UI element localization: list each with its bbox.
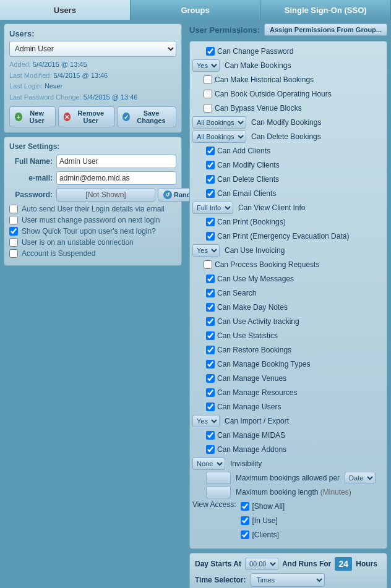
perm-activity-tracking-checkbox[interactable] (206, 317, 215, 326)
perm-row-process-requests: Can Process Booking Requests (204, 258, 384, 271)
new-user-button[interactable]: + New User (9, 106, 56, 127)
perm-view-access-clients: [Clients] (241, 529, 285, 541)
hours-label: Hours (356, 560, 377, 568)
day-starts-select[interactable]: 00:00 (245, 558, 278, 570)
checkbox-unstable: User is on an unstable connection (9, 238, 176, 247)
perm-row-change-password: Can Change Password (192, 45, 384, 58)
time-selector-select[interactable]: Times (251, 573, 325, 587)
perm-row-make-bookings: Yes Can Make Bookings (192, 59, 384, 72)
check-icon: ✓ (122, 113, 130, 121)
perm-row-search: Can Search (192, 287, 384, 299)
day-starts-label: Day Starts At (195, 560, 241, 568)
checkbox-auto-send-input[interactable] (9, 205, 18, 213)
time-selector-label: Time Selector: (195, 576, 246, 584)
random-icon: ↺ (163, 190, 172, 199)
perm-import-export-select[interactable]: Yes (192, 415, 220, 427)
perm-manage-venues-checkbox[interactable] (206, 374, 215, 383)
perm-invisibility-select[interactable]: None (192, 458, 225, 470)
perm-restore-bookings-checkbox[interactable] (206, 346, 215, 354)
checkbox-suspended-input[interactable] (9, 249, 18, 258)
perm-historical-checkbox[interactable] (204, 75, 212, 84)
perm-change-password-checkbox[interactable] (206, 47, 215, 56)
user-select[interactable]: Admin User (9, 41, 176, 57)
perm-row-delete-bookings: All Bookings Can Delete Bookings (192, 130, 384, 143)
view-access-block: [Show All] [In Use] [Clients] (241, 500, 285, 543)
perm-row-activity-tracking: Can Use Activity tracking (192, 315, 384, 328)
perm-row-view-client-info: Full Info Can View Client Info (192, 202, 384, 214)
perm-manage-resources-checkbox[interactable] (206, 388, 215, 397)
perm-row-historical: Can Make Historical Bookings (204, 74, 384, 86)
full-name-label: Full Name: (9, 157, 53, 166)
perm-manage-users-checkbox[interactable] (206, 403, 215, 411)
password-input[interactable] (56, 188, 155, 202)
x-icon: ✕ (64, 113, 71, 121)
checkbox-quick-tour-input[interactable] (9, 227, 18, 236)
perm-manage-booking-types-checkbox[interactable] (206, 360, 215, 369)
perm-add-clients-checkbox[interactable] (206, 147, 215, 155)
user-settings-title: User Settings: (9, 142, 176, 151)
perm-manage-midas-checkbox[interactable] (206, 431, 215, 440)
perm-bypass-venue-checkbox[interactable] (204, 104, 212, 113)
perm-delete-clients-checkbox[interactable] (206, 175, 215, 184)
perm-row-modify-clients: Can Modify Clients (192, 159, 384, 171)
perm-row-statistics: Can Use Statistics (192, 330, 384, 342)
perm-view-access-in-use: [In Use] (241, 514, 285, 527)
perm-row-print-evacuation: Can Print (Emergency Evacuation Data) (192, 230, 384, 242)
perm-row-outside-hours: Can Book Outside Operating Hours (204, 88, 384, 100)
perm-view-access-in-use-checkbox[interactable] (241, 516, 249, 525)
perm-row-manage-venues: Can Manage Venues (192, 372, 384, 385)
perm-modify-bookings-select[interactable]: All Bookings (192, 116, 246, 129)
perm-row-modify-bookings: All Bookings Can Modify Bookings (192, 116, 384, 129)
tab-sso[interactable]: Single Sign-On (SSO) (260, 0, 391, 20)
perm-row-import-export: Yes Can Import / Export (192, 415, 384, 427)
max-bookings-date-select[interactable]: Date (345, 472, 376, 484)
checkbox-must-change-input[interactable] (9, 216, 18, 224)
bottom-section: Day Starts At 00:00 And Runs For 24 Hour… (189, 553, 387, 588)
perm-modify-clients-checkbox[interactable] (206, 161, 215, 169)
checkbox-auto-send: Auto send User their Login details via e… (9, 205, 176, 213)
checkbox-suspended: Account is Suspended (9, 249, 176, 258)
full-name-input[interactable] (56, 155, 176, 168)
perm-row-restore-bookings: Can Restore Bookings (192, 344, 384, 356)
perm-print-bookings-checkbox[interactable] (206, 218, 215, 226)
plus-icon: + (15, 113, 22, 121)
remove-user-button[interactable]: ✕ Remove User (58, 106, 115, 127)
perm-row-invisibility: None Invisibility (192, 458, 384, 470)
permissions-list: Can Change Password Yes Can Make Booking… (189, 41, 387, 549)
assign-permissions-button[interactable]: Assign Permissions From Group... (264, 23, 387, 36)
permissions-title: User Permissions: (189, 25, 260, 35)
perm-row-print-bookings: Can Print (Bookings) (192, 216, 384, 228)
perm-row-invoicing: Yes Can Use Invoicing (192, 244, 384, 257)
max-length-input[interactable] (206, 486, 231, 498)
perm-row-email-clients: Can Email Clients (192, 187, 384, 200)
checkbox-must-change: User must change password on next login (9, 216, 176, 224)
email-input[interactable] (56, 171, 176, 185)
user-meta: Added: 5/4/2015 @ 13:45 Last Modified: 5… (9, 59, 176, 103)
email-label: e-mail: (9, 174, 53, 182)
perm-row-manage-midas: Can Manage MIDAS (192, 429, 384, 441)
perm-view-client-info-select[interactable]: Full Info (192, 202, 233, 214)
password-label: Password: (9, 190, 53, 199)
perm-search-checkbox[interactable] (206, 289, 215, 297)
checkbox-unstable-input[interactable] (9, 238, 18, 247)
perm-outside-hours-checkbox[interactable] (204, 90, 212, 98)
perm-my-messages-checkbox[interactable] (206, 275, 215, 283)
perm-row-delete-clients: Can Delete Clients (192, 173, 384, 185)
perm-process-requests-checkbox[interactable] (204, 260, 212, 269)
perm-view-access-clients-checkbox[interactable] (241, 530, 249, 539)
perm-delete-bookings-select[interactable]: All Bookings (192, 130, 246, 143)
perm-row-manage-addons: Can Manage Addons (192, 443, 384, 456)
tab-users[interactable]: Users (0, 0, 131, 20)
perm-statistics-checkbox[interactable] (206, 331, 215, 340)
perm-print-evacuation-checkbox[interactable] (206, 232, 215, 241)
max-bookings-input[interactable] (206, 472, 231, 484)
perm-email-clients-checkbox[interactable] (206, 189, 215, 198)
hours-value: 24 (335, 557, 352, 571)
perm-view-access-show-all-checkbox[interactable] (241, 502, 249, 511)
tab-groups[interactable]: Groups (131, 0, 261, 20)
perm-make-bookings-select[interactable]: Yes (192, 59, 220, 72)
save-changes-button[interactable]: ✓ Save Changes (117, 106, 176, 127)
perm-manage-addons-checkbox[interactable] (206, 445, 215, 454)
perm-day-notes-checkbox[interactable] (206, 303, 215, 312)
perm-invoicing-select[interactable]: Yes (192, 244, 220, 257)
